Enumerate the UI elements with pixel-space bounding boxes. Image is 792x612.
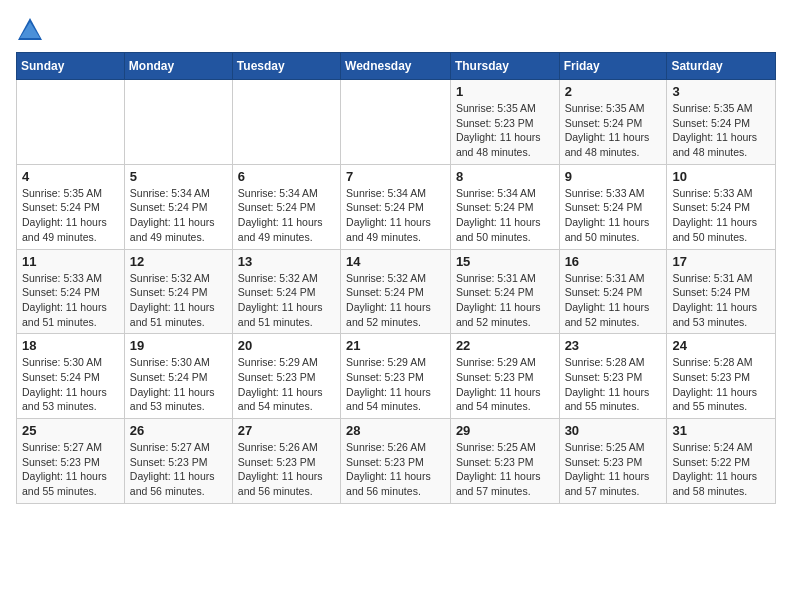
day-number: 12 (130, 254, 227, 269)
day-info: Sunrise: 5:35 AM Sunset: 5:23 PM Dayligh… (456, 101, 554, 160)
page-header (16, 16, 776, 44)
calendar-cell: 15Sunrise: 5:31 AM Sunset: 5:24 PM Dayli… (450, 249, 559, 334)
day-number: 19 (130, 338, 227, 353)
calendar-table: SundayMondayTuesdayWednesdayThursdayFrid… (16, 52, 776, 504)
day-info: Sunrise: 5:26 AM Sunset: 5:23 PM Dayligh… (238, 440, 335, 499)
day-number: 14 (346, 254, 445, 269)
day-info: Sunrise: 5:35 AM Sunset: 5:24 PM Dayligh… (672, 101, 770, 160)
calendar-cell (341, 80, 451, 165)
calendar-cell (17, 80, 125, 165)
day-info: Sunrise: 5:34 AM Sunset: 5:24 PM Dayligh… (456, 186, 554, 245)
day-info: Sunrise: 5:29 AM Sunset: 5:23 PM Dayligh… (456, 355, 554, 414)
day-info: Sunrise: 5:32 AM Sunset: 5:24 PM Dayligh… (238, 271, 335, 330)
day-info: Sunrise: 5:25 AM Sunset: 5:23 PM Dayligh… (565, 440, 662, 499)
day-number: 8 (456, 169, 554, 184)
calendar-cell: 8Sunrise: 5:34 AM Sunset: 5:24 PM Daylig… (450, 164, 559, 249)
calendar-cell: 29Sunrise: 5:25 AM Sunset: 5:23 PM Dayli… (450, 419, 559, 504)
calendar-cell: 13Sunrise: 5:32 AM Sunset: 5:24 PM Dayli… (232, 249, 340, 334)
calendar-cell: 21Sunrise: 5:29 AM Sunset: 5:23 PM Dayli… (341, 334, 451, 419)
day-number: 20 (238, 338, 335, 353)
day-number: 3 (672, 84, 770, 99)
header-thursday: Thursday (450, 53, 559, 80)
day-number: 10 (672, 169, 770, 184)
day-info: Sunrise: 5:34 AM Sunset: 5:24 PM Dayligh… (130, 186, 227, 245)
day-info: Sunrise: 5:26 AM Sunset: 5:23 PM Dayligh… (346, 440, 445, 499)
day-number: 18 (22, 338, 119, 353)
day-info: Sunrise: 5:31 AM Sunset: 5:24 PM Dayligh… (672, 271, 770, 330)
day-number: 2 (565, 84, 662, 99)
day-number: 13 (238, 254, 335, 269)
day-number: 11 (22, 254, 119, 269)
calendar-cell: 14Sunrise: 5:32 AM Sunset: 5:24 PM Dayli… (341, 249, 451, 334)
day-number: 7 (346, 169, 445, 184)
calendar-cell: 3Sunrise: 5:35 AM Sunset: 5:24 PM Daylig… (667, 80, 776, 165)
day-number: 1 (456, 84, 554, 99)
calendar-cell: 10Sunrise: 5:33 AM Sunset: 5:24 PM Dayli… (667, 164, 776, 249)
day-number: 17 (672, 254, 770, 269)
calendar-cell: 24Sunrise: 5:28 AM Sunset: 5:23 PM Dayli… (667, 334, 776, 419)
day-info: Sunrise: 5:33 AM Sunset: 5:24 PM Dayligh… (22, 271, 119, 330)
calendar-cell: 30Sunrise: 5:25 AM Sunset: 5:23 PM Dayli… (559, 419, 667, 504)
day-info: Sunrise: 5:32 AM Sunset: 5:24 PM Dayligh… (346, 271, 445, 330)
day-info: Sunrise: 5:28 AM Sunset: 5:23 PM Dayligh… (565, 355, 662, 414)
calendar-week-5: 25Sunrise: 5:27 AM Sunset: 5:23 PM Dayli… (17, 419, 776, 504)
day-number: 26 (130, 423, 227, 438)
day-info: Sunrise: 5:35 AM Sunset: 5:24 PM Dayligh… (565, 101, 662, 160)
day-info: Sunrise: 5:29 AM Sunset: 5:23 PM Dayligh… (238, 355, 335, 414)
calendar-week-4: 18Sunrise: 5:30 AM Sunset: 5:24 PM Dayli… (17, 334, 776, 419)
day-number: 25 (22, 423, 119, 438)
day-info: Sunrise: 5:28 AM Sunset: 5:23 PM Dayligh… (672, 355, 770, 414)
day-info: Sunrise: 5:30 AM Sunset: 5:24 PM Dayligh… (130, 355, 227, 414)
calendar-cell: 1Sunrise: 5:35 AM Sunset: 5:23 PM Daylig… (450, 80, 559, 165)
logo-icon (16, 16, 44, 44)
svg-marker-1 (20, 22, 40, 38)
calendar-header-row: SundayMondayTuesdayWednesdayThursdayFrid… (17, 53, 776, 80)
day-info: Sunrise: 5:33 AM Sunset: 5:24 PM Dayligh… (672, 186, 770, 245)
day-info: Sunrise: 5:34 AM Sunset: 5:24 PM Dayligh… (238, 186, 335, 245)
day-number: 24 (672, 338, 770, 353)
day-info: Sunrise: 5:30 AM Sunset: 5:24 PM Dayligh… (22, 355, 119, 414)
calendar-cell: 2Sunrise: 5:35 AM Sunset: 5:24 PM Daylig… (559, 80, 667, 165)
day-info: Sunrise: 5:34 AM Sunset: 5:24 PM Dayligh… (346, 186, 445, 245)
calendar-week-1: 1Sunrise: 5:35 AM Sunset: 5:23 PM Daylig… (17, 80, 776, 165)
calendar-cell: 16Sunrise: 5:31 AM Sunset: 5:24 PM Dayli… (559, 249, 667, 334)
calendar-cell: 11Sunrise: 5:33 AM Sunset: 5:24 PM Dayli… (17, 249, 125, 334)
calendar-cell: 25Sunrise: 5:27 AM Sunset: 5:23 PM Dayli… (17, 419, 125, 504)
calendar-cell: 7Sunrise: 5:34 AM Sunset: 5:24 PM Daylig… (341, 164, 451, 249)
calendar-cell: 31Sunrise: 5:24 AM Sunset: 5:22 PM Dayli… (667, 419, 776, 504)
calendar-cell: 28Sunrise: 5:26 AM Sunset: 5:23 PM Dayli… (341, 419, 451, 504)
header-sunday: Sunday (17, 53, 125, 80)
day-info: Sunrise: 5:29 AM Sunset: 5:23 PM Dayligh… (346, 355, 445, 414)
calendar-week-2: 4Sunrise: 5:35 AM Sunset: 5:24 PM Daylig… (17, 164, 776, 249)
day-info: Sunrise: 5:25 AM Sunset: 5:23 PM Dayligh… (456, 440, 554, 499)
day-number: 30 (565, 423, 662, 438)
calendar-cell: 9Sunrise: 5:33 AM Sunset: 5:24 PM Daylig… (559, 164, 667, 249)
calendar-cell: 23Sunrise: 5:28 AM Sunset: 5:23 PM Dayli… (559, 334, 667, 419)
day-number: 31 (672, 423, 770, 438)
day-info: Sunrise: 5:27 AM Sunset: 5:23 PM Dayligh… (130, 440, 227, 499)
day-info: Sunrise: 5:31 AM Sunset: 5:24 PM Dayligh… (565, 271, 662, 330)
day-info: Sunrise: 5:27 AM Sunset: 5:23 PM Dayligh… (22, 440, 119, 499)
calendar-cell: 18Sunrise: 5:30 AM Sunset: 5:24 PM Dayli… (17, 334, 125, 419)
day-number: 4 (22, 169, 119, 184)
calendar-cell (124, 80, 232, 165)
day-info: Sunrise: 5:31 AM Sunset: 5:24 PM Dayligh… (456, 271, 554, 330)
day-number: 22 (456, 338, 554, 353)
day-number: 29 (456, 423, 554, 438)
day-number: 16 (565, 254, 662, 269)
day-number: 15 (456, 254, 554, 269)
day-number: 21 (346, 338, 445, 353)
header-saturday: Saturday (667, 53, 776, 80)
calendar-cell: 6Sunrise: 5:34 AM Sunset: 5:24 PM Daylig… (232, 164, 340, 249)
calendar-cell: 26Sunrise: 5:27 AM Sunset: 5:23 PM Dayli… (124, 419, 232, 504)
header-tuesday: Tuesday (232, 53, 340, 80)
calendar-cell: 27Sunrise: 5:26 AM Sunset: 5:23 PM Dayli… (232, 419, 340, 504)
calendar-cell (232, 80, 340, 165)
header-monday: Monday (124, 53, 232, 80)
logo (16, 16, 48, 44)
day-info: Sunrise: 5:33 AM Sunset: 5:24 PM Dayligh… (565, 186, 662, 245)
day-number: 23 (565, 338, 662, 353)
header-wednesday: Wednesday (341, 53, 451, 80)
day-info: Sunrise: 5:32 AM Sunset: 5:24 PM Dayligh… (130, 271, 227, 330)
day-number: 6 (238, 169, 335, 184)
